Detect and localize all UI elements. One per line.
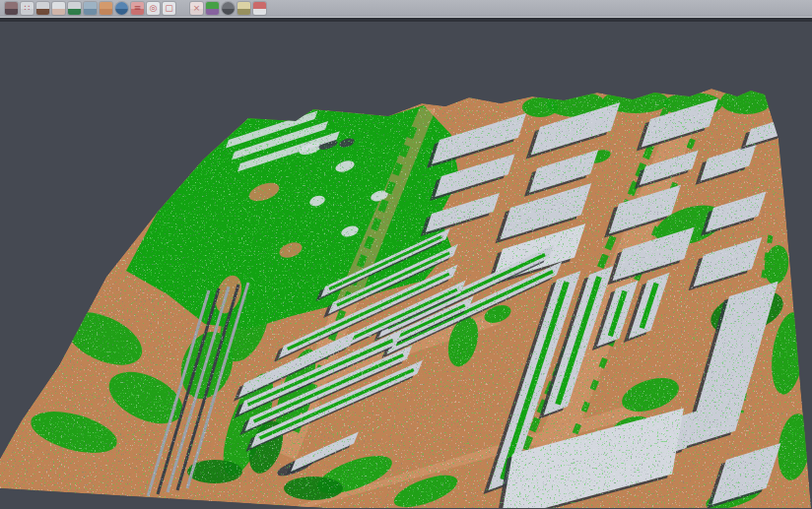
speckle-spkD bbox=[0, 22, 812, 508]
raster-dark-icon[interactable] bbox=[5, 2, 18, 15]
red-stripes-icon[interactable] bbox=[253, 2, 266, 15]
grid-cross-icon[interactable]: × bbox=[190, 2, 203, 15]
terrain-brown-icon[interactable] bbox=[36, 2, 49, 15]
crop-brackets-icon[interactable]: ▢ bbox=[163, 2, 175, 15]
terrain-green-icon[interactable] bbox=[68, 2, 81, 15]
ortho-orange-icon[interactable] bbox=[100, 2, 112, 15]
sparse-points-icon[interactable] bbox=[52, 2, 65, 15]
red-bars-icon[interactable]: ≡ bbox=[131, 2, 144, 15]
globe-icon[interactable] bbox=[115, 2, 128, 15]
viewport-3d-canvas[interactable] bbox=[0, 22, 812, 508]
camera-dark-icon[interactable] bbox=[222, 2, 235, 15]
toolbar: ∷≡◎▢× bbox=[0, 0, 812, 18]
classified-map-icon[interactable] bbox=[206, 2, 219, 15]
red-ring-icon[interactable]: ◎ bbox=[147, 2, 160, 15]
application-window: ∷≡◎▢× bbox=[0, 0, 812, 509]
export-flag-icon[interactable] bbox=[237, 2, 250, 15]
profile-blue-icon[interactable] bbox=[84, 2, 97, 15]
classify-points-icon[interactable]: ∷ bbox=[21, 2, 34, 15]
viewport-3d[interactable] bbox=[0, 22, 812, 509]
